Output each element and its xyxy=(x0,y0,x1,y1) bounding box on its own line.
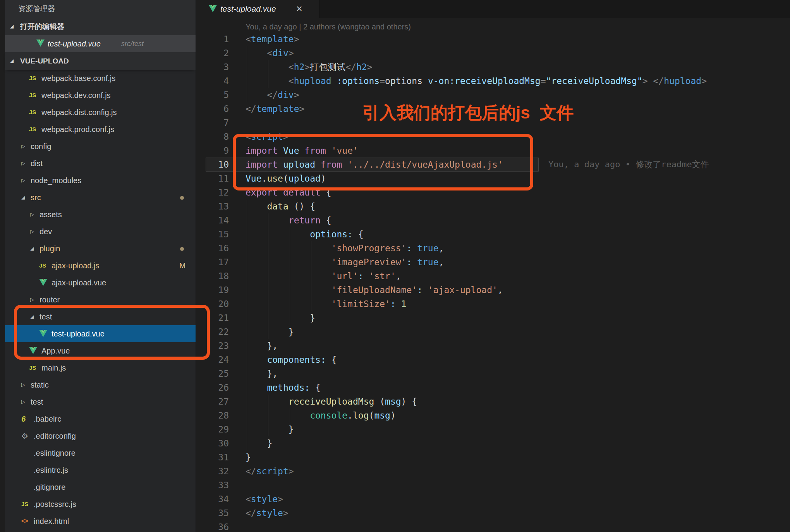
folder-collapsed-icon[interactable]: ▷ xyxy=(21,138,25,155)
tree-item-test-upload.vue[interactable]: test-upload.vue xyxy=(5,325,196,342)
code-line-21[interactable]: 21 } xyxy=(196,311,790,325)
tab-test-upload-vue[interactable]: test-upload.vue ✕ xyxy=(196,0,319,18)
code-line-27[interactable]: 27 receiveUploadMsg (msg) { xyxy=(196,395,790,408)
code-line-22[interactable]: 22 } xyxy=(196,325,790,339)
tree-item-ajax-upload.vue[interactable]: ajax-upload.vue xyxy=(5,274,196,291)
folder-expanded-icon[interactable]: ◢ xyxy=(21,189,25,206)
line-number[interactable]: 15 xyxy=(196,227,229,241)
line-number[interactable]: 24 xyxy=(196,353,229,367)
line-number[interactable]: 6 xyxy=(196,102,229,116)
code-line-10[interactable]: 10import upload from '../../dist/vueAjax… xyxy=(196,158,790,172)
tree-item-dist[interactable]: ▷dist xyxy=(5,155,196,172)
line-number[interactable]: 29 xyxy=(196,422,229,436)
line-number[interactable]: 9 xyxy=(196,144,229,158)
line-number[interactable]: 32 xyxy=(196,464,229,478)
line-number[interactable]: 22 xyxy=(196,325,229,339)
tree-item-.postcssrc.js[interactable]: JS.postcssrc.js xyxy=(5,496,196,513)
line-number[interactable]: 11 xyxy=(196,172,229,185)
tree-item-main.js[interactable]: JSmain.js xyxy=(5,359,196,376)
folder-expanded-icon[interactable]: ◢ xyxy=(30,240,34,257)
tree-item-ajax-upload.js[interactable]: JSajax-upload.jsM xyxy=(5,257,196,274)
line-number[interactable]: 31 xyxy=(196,450,229,464)
tree-item-webpack.prod.conf.js[interactable]: JSwebpack.prod.conf.js xyxy=(5,121,196,138)
line-number[interactable]: 1 xyxy=(196,32,229,46)
code-area[interactable]: 1<template>2 <div>3 <h2>打包测试</h2>4 <hupl… xyxy=(196,32,790,532)
code-line-32[interactable]: 32</script> xyxy=(196,464,790,478)
code-line-26[interactable]: 26 methods: { xyxy=(196,381,790,395)
tree-item-router[interactable]: ▷router xyxy=(5,291,196,308)
tree-item-assets[interactable]: ▷assets xyxy=(5,206,196,223)
line-number[interactable]: 25 xyxy=(196,367,229,381)
code-line-25[interactable]: 25 }, xyxy=(196,367,790,381)
tree-item-.gitignore[interactable]: .gitignore xyxy=(5,479,196,496)
code-line-34[interactable]: 34<style> xyxy=(196,492,790,506)
tree-item-.babelrc[interactable]: 6.babelrc xyxy=(5,410,196,427)
line-number[interactable]: 28 xyxy=(196,408,229,422)
code-line-28[interactable]: 28 console.log(msg) xyxy=(196,408,790,422)
code-line-1[interactable]: 1<template> xyxy=(196,32,790,46)
code-line-18[interactable]: 18 'url': 'str', xyxy=(196,269,790,283)
code-line-36[interactable]: 36 xyxy=(196,520,790,532)
line-number[interactable]: 13 xyxy=(196,199,229,213)
line-number[interactable]: 3 xyxy=(196,60,229,74)
tree-item-dev[interactable]: ▷dev xyxy=(5,223,196,240)
line-number[interactable]: 8 xyxy=(196,130,229,144)
tree-item-plugin[interactable]: ◢plugin xyxy=(5,240,196,257)
tree-item-.editorconfig[interactable]: ⚙.editorconfig xyxy=(5,427,196,444)
close-tab-icon[interactable]: ✕ xyxy=(296,0,303,18)
code-line-9[interactable]: 9import Vue from 'vue' xyxy=(196,144,790,158)
line-number[interactable]: 5 xyxy=(196,88,229,102)
tree-item-index.html[interactable]: <>index.html xyxy=(5,513,196,530)
tree-item-test[interactable]: ▷test xyxy=(5,393,196,410)
line-number[interactable]: 14 xyxy=(196,213,229,227)
code-line-17[interactable]: 17 'imagePreview': true, xyxy=(196,255,790,269)
folder-collapsed-icon[interactable]: ▷ xyxy=(30,291,34,308)
line-number[interactable]: 20 xyxy=(196,297,229,311)
line-number[interactable]: 30 xyxy=(196,436,229,450)
tree-item-.eslintignore[interactable]: .eslintignore xyxy=(5,444,196,462)
folder-collapsed-icon[interactable]: ▷ xyxy=(21,172,25,189)
line-number[interactable]: 21 xyxy=(196,311,229,325)
code-line-14[interactable]: 14 return { xyxy=(196,213,790,227)
tree-item-static[interactable]: ▷static xyxy=(5,376,196,393)
folder-collapsed-icon[interactable]: ▷ xyxy=(21,393,25,410)
code-line-16[interactable]: 16 'showProgress': true, xyxy=(196,241,790,255)
tree-item-src[interactable]: ◢src xyxy=(5,189,196,206)
line-number[interactable]: 36 xyxy=(196,520,229,532)
line-number[interactable]: 10 xyxy=(196,158,229,172)
code-line-11[interactable]: 11Vue.use(upload) xyxy=(196,172,790,185)
folder-collapsed-icon[interactable]: ▷ xyxy=(30,206,34,223)
tree-item-config[interactable]: ▷config xyxy=(5,138,196,155)
code-line-15[interactable]: 15 options: { xyxy=(196,227,790,241)
line-number[interactable]: 26 xyxy=(196,381,229,395)
code-line-30[interactable]: 30 } xyxy=(196,436,790,450)
line-number[interactable]: 12 xyxy=(196,185,229,199)
line-number[interactable]: 17 xyxy=(196,255,229,269)
tree-item-.eslintrc.js[interactable]: .eslintrc.js xyxy=(5,462,196,479)
code-line-33[interactable]: 33 xyxy=(196,478,790,492)
line-number[interactable]: 33 xyxy=(196,478,229,492)
code-line-5[interactable]: 5 </div> xyxy=(196,88,790,102)
folder-collapsed-icon[interactable]: ▷ xyxy=(21,155,25,172)
open-editor-item-test-upload[interactable]: test-upload.vue src/test xyxy=(5,35,196,52)
code-line-12[interactable]: 12export default { xyxy=(196,185,790,199)
code-line-35[interactable]: 35</style> xyxy=(196,506,790,520)
line-number[interactable]: 16 xyxy=(196,241,229,255)
tree-item-webpack.dev.conf.js[interactable]: JSwebpack.dev.conf.js xyxy=(5,87,196,104)
line-number[interactable]: 34 xyxy=(196,492,229,506)
folder-collapsed-icon[interactable]: ▷ xyxy=(21,376,25,393)
line-number[interactable]: 19 xyxy=(196,283,229,297)
code-line-24[interactable]: 24 components: { xyxy=(196,353,790,367)
code-line-6[interactable]: 6</template> xyxy=(196,102,790,116)
code-line-3[interactable]: 3 <h2>打包测试</h2> xyxy=(196,60,790,74)
line-number[interactable]: 7 xyxy=(196,116,229,130)
gitlens-authors-codelens[interactable]: You, a day ago | 2 authors (wangtao and … xyxy=(246,21,411,32)
folder-collapsed-icon[interactable]: ▷ xyxy=(30,223,34,240)
line-number[interactable]: 2 xyxy=(196,46,229,60)
code-line-13[interactable]: 13 data () { xyxy=(196,199,790,213)
code-line-31[interactable]: 31} xyxy=(196,450,790,464)
line-number[interactable]: 27 xyxy=(196,395,229,408)
code-line-23[interactable]: 23 }, xyxy=(196,339,790,353)
code-line-29[interactable]: 29 } xyxy=(196,422,790,436)
open-editors-header[interactable]: ◢ 打开的编辑器 xyxy=(5,18,196,35)
